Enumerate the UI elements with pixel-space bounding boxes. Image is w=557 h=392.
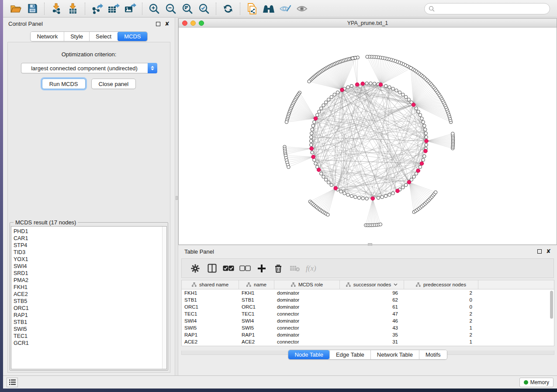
network-node[interactable] (407, 98, 410, 101)
network-node[interactable] (330, 183, 333, 186)
mcds-node[interactable] (425, 139, 429, 143)
network-node[interactable] (365, 197, 368, 200)
network-node[interactable] (384, 194, 387, 197)
network-node[interactable] (381, 196, 384, 199)
list-item[interactable]: STB5 (14, 298, 162, 305)
table-row[interactable]: ACE2ACE2connector311 (182, 338, 554, 345)
list-item[interactable]: GCR1 (14, 340, 162, 347)
column-header-successor-nodes[interactable]: successor nodes (340, 280, 404, 289)
column-header-MCDS-role[interactable]: MCDS role (274, 280, 340, 289)
panel-splitter[interactable] (175, 18, 178, 375)
network-node[interactable] (377, 196, 380, 199)
column-header-name[interactable]: name (239, 280, 274, 289)
network-node[interactable] (417, 110, 420, 113)
zoom-selected-icon[interactable] (196, 2, 212, 16)
table-row[interactable]: ORC1ORC1dominator610 (182, 303, 554, 310)
table-row[interactable]: YOX1YOX1connector291 (182, 345, 554, 346)
tab-select[interactable]: Select (89, 32, 118, 41)
network-window-titlebar[interactable]: YPA_prune.txt_1 (179, 19, 557, 28)
network-node[interactable] (339, 190, 343, 193)
mcds-node[interactable] (396, 189, 400, 193)
table-row[interactable]: STB1STB1dominator620 (182, 296, 554, 303)
network-node[interactable] (324, 178, 327, 181)
list-scrollbar[interactable] (162, 227, 166, 369)
network-node[interactable] (425, 135, 428, 138)
network-node[interactable] (423, 124, 426, 127)
list-item[interactable]: SWI4 (14, 263, 162, 270)
mcds-node[interactable] (317, 168, 321, 172)
network-node[interactable] (391, 87, 394, 90)
network-node[interactable] (401, 186, 405, 189)
list-item[interactable]: YOX1 (14, 256, 162, 263)
network-node[interactable] (343, 192, 346, 195)
list-item[interactable]: ACE2 (14, 291, 162, 298)
table-tab-motifs[interactable]: Motifs (419, 350, 447, 359)
list-item[interactable]: ORC1 (14, 305, 162, 312)
network-canvas[interactable] (179, 28, 557, 244)
splitter-handle[interactable] (176, 196, 178, 200)
network-node[interactable] (425, 143, 428, 146)
column-header-predecessor-nodes[interactable]: predecessor nodes (404, 280, 478, 289)
columns-icon[interactable] (204, 261, 220, 276)
network-node[interactable] (319, 107, 322, 110)
network-node[interactable] (315, 113, 318, 117)
network-node[interactable] (309, 139, 312, 142)
network-node[interactable] (311, 151, 314, 154)
mcds-node[interactable] (416, 169, 420, 173)
table-row[interactable]: FKH1FKH1dominator962 (182, 289, 554, 296)
memory-button[interactable]: Memory (519, 378, 554, 387)
table-delete-icon[interactable] (287, 261, 303, 276)
list-item[interactable]: STB1 (14, 319, 162, 326)
list-item[interactable]: TID3 (14, 249, 162, 256)
network-node[interactable] (310, 143, 313, 146)
network-node[interactable] (398, 91, 401, 94)
network-node[interactable] (434, 191, 437, 194)
mcds-node[interactable] (424, 149, 428, 153)
tab-mcds[interactable]: MCDS (118, 32, 147, 41)
mcds-node[interactable] (379, 83, 383, 87)
optimization-criterion-dropdown[interactable]: largest connected component (undirected) (21, 63, 157, 73)
zoom-out-icon[interactable] (163, 2, 179, 16)
table-tab-node-table[interactable]: Node Table (288, 350, 329, 359)
close-panel-icon[interactable]: ✘ (165, 22, 170, 26)
network-node[interactable] (388, 193, 391, 196)
search-field[interactable] (437, 6, 546, 12)
mcds-node[interactable] (311, 155, 315, 159)
export-image-icon[interactable] (122, 2, 138, 16)
mcds-node[interactable] (340, 88, 344, 92)
network-node[interactable] (373, 82, 376, 85)
network-node[interactable] (391, 192, 394, 195)
network-node[interactable] (420, 117, 423, 120)
list-item[interactable]: PMA2 (14, 277, 162, 284)
network-node[interactable] (365, 82, 368, 85)
duplicate-network-icon[interactable] (244, 2, 260, 16)
list-item[interactable]: TEC1 (14, 333, 162, 340)
network-node[interactable] (327, 98, 330, 101)
column-header-shared-name[interactable]: shared name (182, 280, 239, 289)
network-node[interactable] (310, 135, 313, 138)
network-node[interactable] (357, 196, 360, 199)
deselect-all-checks-icon[interactable] (237, 261, 253, 276)
network-node[interactable] (415, 107, 418, 110)
mcds-node[interactable] (420, 162, 424, 165)
close-panel-button[interactable]: Close panel (91, 79, 136, 89)
network-node[interactable] (322, 103, 325, 107)
network-node[interactable] (311, 128, 314, 131)
save-icon[interactable] (24, 2, 41, 16)
network-node[interactable] (318, 110, 321, 113)
network-node[interactable] (308, 80, 311, 83)
add-icon[interactable] (253, 261, 270, 276)
network-node[interactable] (324, 101, 327, 104)
run-mcds-button[interactable]: Run MCDS (42, 79, 86, 89)
network-node[interactable] (319, 172, 322, 175)
network-node[interactable] (419, 113, 422, 117)
network-node[interactable] (401, 93, 405, 96)
gear-icon[interactable] (187, 261, 204, 276)
search-input[interactable] (424, 3, 550, 14)
list-item[interactable]: CAR1 (14, 235, 162, 242)
network-node[interactable] (424, 132, 427, 135)
tab-network[interactable]: Network (31, 32, 64, 41)
select-all-checks-icon[interactable] (220, 261, 237, 276)
mcds-node[interactable] (371, 196, 375, 200)
list-item[interactable]: STP4 (14, 242, 162, 249)
